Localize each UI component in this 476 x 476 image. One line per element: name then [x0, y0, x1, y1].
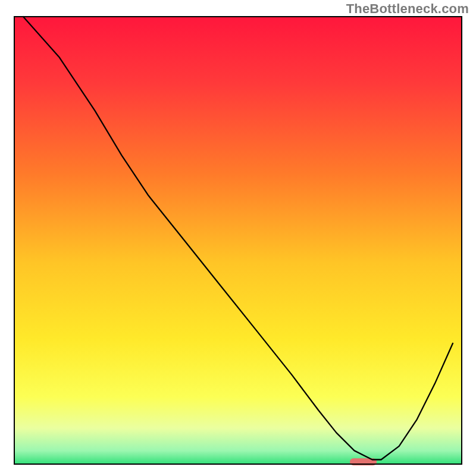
watermark-text: TheBottleneck.com: [346, 1, 469, 17]
chart-container: TheBottleneck.com: [0, 0, 476, 476]
plot-area: [14, 17, 462, 465]
gradient-background: [14, 17, 462, 464]
bottleneck-chart: [0, 0, 476, 476]
